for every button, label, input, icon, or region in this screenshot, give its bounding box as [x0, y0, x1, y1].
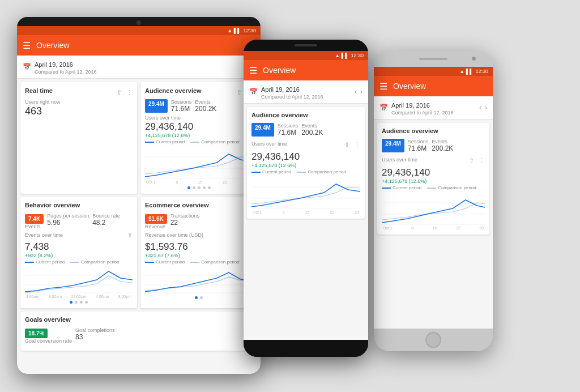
iphone-x-labels: Oct 18152229	[382, 226, 485, 230]
iphone-date: April 19, 2016	[391, 102, 430, 109]
tablet-screen: ▲ ▌▌ 12:30 ☰ Overview 📅 April 19, 2016 C…	[17, 26, 261, 374]
android-audience-badges: 29.4M Sessions 71.6M Events 200.2K	[251, 123, 360, 137]
iphone-prev[interactable]: ‹	[479, 104, 481, 112]
tablet-camera	[137, 20, 141, 25]
ecommerce-title: Ecommerce overview	[145, 202, 209, 208]
sessions-value: 71.6M	[171, 105, 192, 113]
iphone-legend: Current period Comparison period	[382, 185, 485, 190]
android-scroll[interactable]: Audience overview 29.4M Sessions 71.6M E…	[244, 104, 368, 340]
iphone-events-value: 200.2K	[432, 144, 453, 152]
pps-value: 5.96	[47, 219, 89, 227]
iphone-top	[374, 51, 493, 67]
android-status-icons: ▲ ▌▌	[335, 53, 348, 58]
iphone-scroll[interactable]: Audience overview 29.4M Sessions 71.6M E…	[374, 120, 493, 329]
events-over-time-label: Events over time	[25, 232, 63, 238]
audience-x-labels: Oct 18152229	[145, 180, 253, 184]
android-date: April 19, 2016	[261, 86, 300, 93]
events-badge-label: Events	[25, 224, 44, 229]
audience-badges-row: 29.4M Sessions 71.6M Events 200.2K	[145, 99, 253, 113]
android-speaker	[295, 44, 317, 46]
iphone-big-number: 29,436,140	[382, 167, 485, 178]
iphone-delta: +4,125,678 (12.6%)	[382, 178, 485, 184]
iphone-header-title: Overview	[393, 82, 487, 91]
iphone-users-badge: 29.4M	[382, 139, 404, 152]
realtime-more-icon[interactable]: ⋮	[126, 89, 133, 96]
conv-label: Goal conversion rate	[25, 338, 72, 344]
users-right-now-label: Users right now	[25, 99, 133, 105]
users-right-now-value: 463	[25, 105, 133, 117]
iphone-more-icon[interactable]: ⋮	[479, 157, 485, 164]
android-hamburger[interactable]: ☰	[249, 65, 257, 76]
iphone-share-icon[interactable]: ⇧	[469, 157, 474, 164]
android-device: ▲ ▌▌ 12:30 ☰ Overview 📅 April 19, 2016 C…	[244, 40, 368, 357]
audience-title: Audience overview	[145, 87, 202, 94]
comp-value: 83	[75, 333, 115, 341]
android-next[interactable]: ›	[360, 88, 362, 96]
android-status-bar: ▲ ▌▌ 12:30	[244, 51, 368, 60]
tablet-app-header: ☰ Overview	[17, 35, 261, 56]
bounce-value: 48.2	[92, 219, 120, 227]
behavior-chart	[25, 266, 133, 294]
android-legend: Current period Comparison period	[251, 169, 360, 174]
audience-share-icon[interactable]: ⇧	[237, 89, 242, 96]
iphone-nav[interactable]: ‹ ›	[479, 104, 487, 112]
behavior-delta: +932 (8.2%)	[25, 253, 133, 258]
ecommerce-legend: Current period Comparison period	[145, 259, 253, 265]
android-compare: Compared to April 12, 2016	[261, 94, 323, 100]
behavior-share-icon[interactable]: ⇧	[127, 232, 133, 239]
android-share-icon[interactable]: ⇧	[344, 141, 349, 148]
bounce-label: Bounce rate	[92, 213, 120, 219]
iphone-audience-title: Audience overview	[382, 127, 438, 134]
hamburger-icon[interactable]: ☰	[23, 40, 31, 51]
android-more-icon[interactable]: ⋮	[354, 141, 360, 148]
android-date-bar: 📅 April 19, 2016 Compared to April 12, 2…	[244, 80, 368, 104]
iphone-compare: Compared to April 12, 2016	[391, 110, 454, 116]
android-nav[interactable]: ‹ ›	[355, 88, 362, 96]
ecommerce-dots	[145, 296, 253, 299]
date-label: April 19, 2016	[35, 61, 73, 68]
tablet-scroll-content[interactable]: Real time ⇧ ⋮ Users right now 463 Audien	[17, 79, 261, 374]
ecommerce-badges: $1.6K Revenue Transactions 22	[145, 213, 253, 229]
iphone-sessions-label: Sessions	[408, 139, 429, 144]
iphone-home-button[interactable]	[425, 332, 441, 348]
iphone-next[interactable]: ›	[485, 104, 487, 112]
users-badge: 29.4M	[145, 99, 168, 113]
header-title: Overview	[36, 41, 255, 50]
behavior-card: Behavior overview 7.4K Events Pages per …	[20, 197, 137, 308]
realtime-title: Real time	[25, 87, 53, 94]
android-big-number: 29,436,140	[251, 151, 360, 163]
goals-card: Goals overview 18.7% Goal conversion rat…	[20, 312, 257, 351]
android-top	[244, 40, 368, 51]
revenue-badge: $1.6K	[145, 214, 167, 224]
goals-badges: 18.7% Goal conversion rate Goal completi…	[25, 327, 253, 344]
tablet-device: ▲ ▌▌ 12:30 ☰ Overview 📅 April 19, 2016 C…	[17, 17, 261, 374]
iphone-ot-label: Users over time	[382, 157, 417, 163]
tablet-row1: Real time ⇧ ⋮ Users right now 463 Audien	[20, 82, 257, 194]
audience-chart	[145, 146, 253, 180]
ecommerce-card: Ecommerce overview $1.6K Revenue Transac…	[140, 197, 257, 308]
android-prev[interactable]: ‹	[355, 88, 357, 96]
iphone-speaker	[419, 58, 447, 60]
android-ot-label: Users over time	[251, 141, 287, 147]
android-events-label: Events	[301, 123, 323, 129]
conv-badge: 18.7%	[25, 329, 48, 338]
android-chart	[251, 176, 360, 210]
compare-label: Compared to April 12, 2016	[35, 69, 97, 75]
iphone-chart	[382, 191, 485, 225]
tablet-date-bar: 📅 April 19, 2016 Compared to April 12, 2…	[17, 56, 261, 79]
iphone-events-label: Events	[432, 139, 453, 144]
audience-legend: Current period Comparison period	[145, 139, 253, 144]
iphone-hamburger[interactable]: ☰	[379, 81, 387, 92]
comp-label: Goal completions	[75, 327, 115, 333]
trans-value: 22	[170, 219, 199, 227]
iphone-status-icons: ▲ ▌▌	[459, 69, 473, 74]
events-value: 200.2K	[195, 105, 216, 113]
sessions-label: Sessions	[171, 99, 192, 105]
android-x-labels: Oct 18152229	[251, 210, 360, 214]
status-icons: ▲ ▌▌	[227, 28, 241, 33]
android-cal-icon: 📅	[249, 88, 258, 96]
iphone-app-header: ☰ Overview	[374, 76, 493, 96]
android-header-title: Overview	[263, 66, 362, 75]
realtime-share-icon[interactable]: ⇧	[117, 89, 122, 96]
ecommerce-delta: +321.67 (7.6%)	[145, 253, 253, 258]
